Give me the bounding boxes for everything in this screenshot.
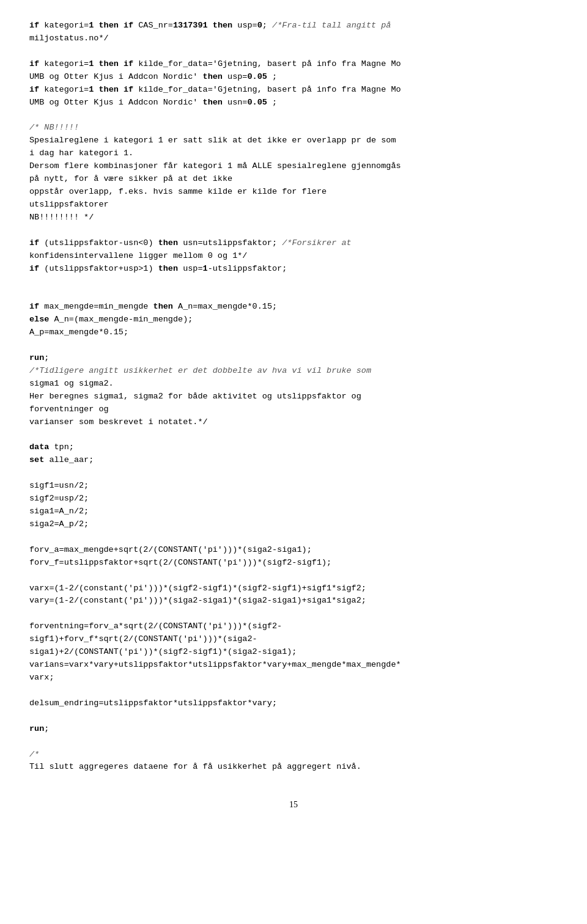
code-line: Dersom flere kombinasjoner får kategori … (29, 161, 401, 170)
code-line: run; (29, 724, 49, 733)
code-line: delsum_endring=utslippsfaktor*utslippsfa… (29, 698, 277, 708)
code-line: forv_a=max_mengde+sqrt(2/(CONSTANT('pi')… (29, 545, 312, 554)
code-line: miljostatus.no*/ (29, 34, 109, 43)
code-line: konfidensintervallene ligger mellom 0 og… (29, 251, 247, 260)
code-line: /* (29, 750, 39, 759)
code-line: if kategori=1 then if kilde_for_data='Gj… (29, 59, 401, 68)
code-line: sigf2=usp/2; (29, 494, 89, 503)
code-line: UMB og Otter Kjus i Addcon Nordic' then … (29, 72, 277, 81)
code-line: sigma1 og sigma2. (29, 379, 114, 388)
code-line: sigf1)+forv_f*sqrt(2/(CONSTANT('pi')))*(… (29, 634, 257, 644)
code-line: if (utslippsfaktor+usp>1) then usp=1-uts… (29, 264, 287, 273)
code-line: NB!!!!!!!! */ (29, 213, 94, 222)
code-line: if kategori=1 then if CAS_nr=1317391 the… (29, 21, 391, 30)
code-line: sigf1=usn/2; (29, 481, 89, 490)
code-line: varx; (29, 673, 54, 682)
code-line: set alle_aar; (29, 455, 94, 464)
code-line: varians=varx*vary+utslippsfaktor*utslipp… (29, 660, 401, 669)
code-line: utslippsfaktorer (29, 200, 109, 209)
code-line: if kategori=1 then if kilde_for_data='Gj… (29, 85, 401, 94)
code-line: data tpn; (29, 442, 74, 452)
code-line: Her beregnes sigma1, sigma2 for både akt… (29, 392, 361, 401)
code-line: siga1=A_n/2; (29, 507, 89, 516)
code-line: Til slutt aggregeres dataene for å få us… (29, 762, 361, 771)
code-line: if (utslippsfaktor-usn<0) then usn=utsli… (29, 238, 352, 248)
page-content: if kategori=1 then if CAS_nr=1317391 the… (29, 20, 558, 774)
page-number: 15 (29, 798, 558, 812)
code-container: if kategori=1 then if CAS_nr=1317391 the… (29, 20, 558, 774)
code-line: siga1)+2/(CONSTANT('pi'))*(sigf2-sigf1)*… (29, 647, 297, 656)
code-line: oppstår overlapp, f.eks. hvis samme kild… (29, 187, 327, 196)
code-line: forventning=forv_a*sqrt(2/(CONSTANT('pi'… (29, 622, 282, 631)
code-line: forventninger og (29, 405, 109, 414)
code-line: på nytt, for å være sikker på at det ikk… (29, 174, 232, 183)
code-line: run; (29, 353, 49, 362)
code-line: i dag har kategori 1. (29, 148, 133, 158)
code-line: siga2=A_p/2; (29, 519, 89, 529)
code-line: forv_f=utslippsfaktor+sqrt(2/(CONSTANT('… (29, 558, 331, 567)
code-line: A_p=max_mengde*0.15; (29, 328, 128, 337)
code-line: UMB og Otter Kjus i Addcon Nordic' then … (29, 98, 277, 107)
code-line: Spesialreglene i kategori 1 er satt slik… (29, 136, 396, 145)
code-line: varx=(1-2/(constant('pi')))*(sigf2-sigf1… (29, 584, 366, 593)
code-line: vary=(1-2/(constant('pi')))*(siga2-siga1… (29, 596, 366, 605)
code-line: /*Tidligere angitt usikkerhet er det dob… (29, 366, 371, 375)
code-line: /* NB!!!!! (29, 123, 79, 132)
code-line: else A_n=(max_mengde-min_mengde); (29, 315, 193, 324)
code-line: varianser som beskrevet i notatet.*/ (29, 417, 208, 427)
code-line: if max_mengde=min_mengde then A_n=max_me… (29, 302, 277, 311)
